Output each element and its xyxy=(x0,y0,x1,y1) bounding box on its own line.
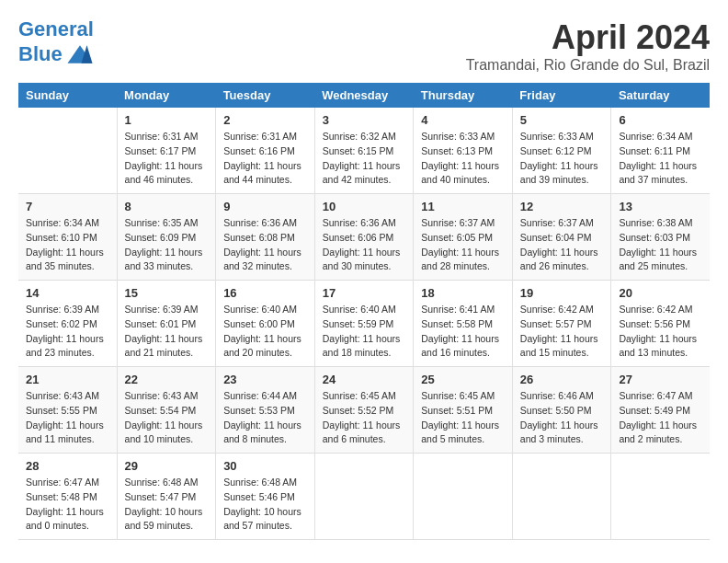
day-number: 14 xyxy=(26,286,109,300)
calendar-cell: 30Sunrise: 6:48 AM Sunset: 5:46 PM Dayli… xyxy=(216,454,315,540)
day-info: Sunrise: 6:34 AM Sunset: 6:10 PM Dayligh… xyxy=(26,216,109,274)
calendar-cell: 1Sunrise: 6:31 AM Sunset: 6:17 PM Daylig… xyxy=(117,108,216,194)
day-number: 21 xyxy=(26,373,109,386)
week-row-5: 28Sunrise: 6:47 AM Sunset: 5:48 PM Dayli… xyxy=(18,454,710,540)
page-header: General Blue April 2024 Tramandai, Rio G… xyxy=(18,18,710,74)
day-number: 18 xyxy=(421,286,505,300)
calendar-cell: 6Sunrise: 6:34 AM Sunset: 6:11 PM Daylig… xyxy=(611,108,710,194)
calendar-cell: 2Sunrise: 6:31 AM Sunset: 6:16 PM Daylig… xyxy=(216,108,315,194)
day-info: Sunrise: 6:38 AM Sunset: 6:03 PM Dayligh… xyxy=(619,216,702,274)
calendar-cell: 10Sunrise: 6:36 AM Sunset: 6:06 PM Dayli… xyxy=(314,194,414,281)
day-info: Sunrise: 6:39 AM Sunset: 6:01 PM Dayligh… xyxy=(125,303,209,361)
day-info: Sunrise: 6:36 AM Sunset: 6:08 PM Dayligh… xyxy=(223,216,307,274)
day-info: Sunrise: 6:45 AM Sunset: 5:52 PM Dayligh… xyxy=(323,389,406,447)
calendar-cell: 26Sunrise: 6:46 AM Sunset: 5:50 PM Dayli… xyxy=(512,367,611,454)
day-info: Sunrise: 6:46 AM Sunset: 5:50 PM Dayligh… xyxy=(520,389,604,447)
weekday-thursday: Thursday xyxy=(414,83,513,108)
day-number: 30 xyxy=(223,459,307,473)
day-info: Sunrise: 6:37 AM Sunset: 6:04 PM Dayligh… xyxy=(520,216,604,274)
day-info: Sunrise: 6:47 AM Sunset: 5:48 PM Dayligh… xyxy=(26,476,109,534)
day-number: 6 xyxy=(619,113,702,127)
day-number: 15 xyxy=(125,286,209,300)
calendar-body: 1Sunrise: 6:31 AM Sunset: 6:17 PM Daylig… xyxy=(18,108,710,540)
calendar-cell xyxy=(314,454,414,540)
day-info: Sunrise: 6:39 AM Sunset: 6:02 PM Dayligh… xyxy=(26,303,109,361)
day-number: 20 xyxy=(619,286,702,300)
logo-text: General xyxy=(18,18,94,40)
calendar-cell: 29Sunrise: 6:48 AM Sunset: 5:47 PM Dayli… xyxy=(117,454,216,540)
day-number: 28 xyxy=(26,459,109,473)
day-number: 10 xyxy=(323,200,406,213)
calendar-cell xyxy=(611,454,710,540)
day-number: 4 xyxy=(421,113,505,127)
day-info: Sunrise: 6:45 AM Sunset: 5:51 PM Dayligh… xyxy=(421,389,505,447)
calendar-table: SundayMondayTuesdayWednesdayThursdayFrid… xyxy=(18,83,710,540)
week-row-4: 21Sunrise: 6:43 AM Sunset: 5:55 PM Dayli… xyxy=(18,367,710,454)
day-number: 17 xyxy=(323,286,406,300)
calendar-cell: 15Sunrise: 6:39 AM Sunset: 6:01 PM Dayli… xyxy=(117,281,216,367)
day-number: 19 xyxy=(520,286,604,300)
day-number: 27 xyxy=(619,373,702,386)
calendar-cell: 8Sunrise: 6:35 AM Sunset: 6:09 PM Daylig… xyxy=(117,194,216,281)
day-number: 1 xyxy=(125,113,209,127)
weekday-monday: Monday xyxy=(117,83,216,108)
day-info: Sunrise: 6:37 AM Sunset: 6:05 PM Dayligh… xyxy=(421,216,505,274)
location-title: Tramandai, Rio Grande do Sul, Brazil xyxy=(466,57,710,74)
day-number: 7 xyxy=(26,200,109,213)
calendar-cell: 20Sunrise: 6:42 AM Sunset: 5:56 PM Dayli… xyxy=(611,281,710,367)
week-row-2: 7Sunrise: 6:34 AM Sunset: 6:10 PM Daylig… xyxy=(18,194,710,281)
day-number: 8 xyxy=(125,200,209,213)
calendar-cell: 16Sunrise: 6:40 AM Sunset: 6:00 PM Dayli… xyxy=(216,281,315,367)
day-number: 24 xyxy=(323,373,406,386)
day-info: Sunrise: 6:36 AM Sunset: 6:06 PM Dayligh… xyxy=(323,216,406,274)
day-info: Sunrise: 6:47 AM Sunset: 5:49 PM Dayligh… xyxy=(619,389,702,447)
day-number: 22 xyxy=(125,373,209,386)
calendar-cell xyxy=(414,454,513,540)
calendar-cell: 23Sunrise: 6:44 AM Sunset: 5:53 PM Dayli… xyxy=(216,367,315,454)
calendar-cell: 25Sunrise: 6:45 AM Sunset: 5:51 PM Dayli… xyxy=(414,367,513,454)
week-row-3: 14Sunrise: 6:39 AM Sunset: 6:02 PM Dayli… xyxy=(18,281,710,367)
calendar-cell: 7Sunrise: 6:34 AM Sunset: 6:10 PM Daylig… xyxy=(18,194,117,281)
day-info: Sunrise: 6:41 AM Sunset: 5:58 PM Dayligh… xyxy=(421,303,505,361)
day-info: Sunrise: 6:42 AM Sunset: 5:56 PM Dayligh… xyxy=(619,303,702,361)
calendar-cell: 24Sunrise: 6:45 AM Sunset: 5:52 PM Dayli… xyxy=(314,367,414,454)
day-info: Sunrise: 6:44 AM Sunset: 5:53 PM Dayligh… xyxy=(223,389,307,447)
calendar-cell: 27Sunrise: 6:47 AM Sunset: 5:49 PM Dayli… xyxy=(611,367,710,454)
calendar-cell: 3Sunrise: 6:32 AM Sunset: 6:15 PM Daylig… xyxy=(314,108,414,194)
calendar-cell: 17Sunrise: 6:40 AM Sunset: 5:59 PM Dayli… xyxy=(314,281,414,367)
title-area: April 2024 Tramandai, Rio Grande do Sul,… xyxy=(466,18,710,74)
day-info: Sunrise: 6:48 AM Sunset: 5:46 PM Dayligh… xyxy=(223,476,307,534)
logo: General Blue xyxy=(18,18,94,68)
day-info: Sunrise: 6:43 AM Sunset: 5:55 PM Dayligh… xyxy=(26,389,109,447)
day-info: Sunrise: 6:33 AM Sunset: 6:13 PM Dayligh… xyxy=(421,130,505,188)
day-info: Sunrise: 6:35 AM Sunset: 6:09 PM Dayligh… xyxy=(125,216,209,274)
calendar-cell xyxy=(18,108,117,194)
calendar-cell: 11Sunrise: 6:37 AM Sunset: 6:05 PM Dayli… xyxy=(414,194,513,281)
calendar-cell: 28Sunrise: 6:47 AM Sunset: 5:48 PM Dayli… xyxy=(18,454,117,540)
calendar-cell: 5Sunrise: 6:33 AM Sunset: 6:12 PM Daylig… xyxy=(512,108,611,194)
day-number: 9 xyxy=(223,200,307,213)
day-number: 11 xyxy=(421,200,505,213)
day-info: Sunrise: 6:42 AM Sunset: 5:57 PM Dayligh… xyxy=(520,303,604,361)
calendar-cell xyxy=(512,454,611,540)
day-number: 3 xyxy=(323,113,406,127)
calendar-cell: 12Sunrise: 6:37 AM Sunset: 6:04 PM Dayli… xyxy=(512,194,611,281)
day-info: Sunrise: 6:34 AM Sunset: 6:11 PM Dayligh… xyxy=(619,130,702,188)
weekday-saturday: Saturday xyxy=(611,83,710,108)
calendar-cell: 22Sunrise: 6:43 AM Sunset: 5:54 PM Dayli… xyxy=(117,367,216,454)
day-number: 12 xyxy=(520,200,604,213)
calendar-cell: 4Sunrise: 6:33 AM Sunset: 6:13 PM Daylig… xyxy=(414,108,513,194)
weekday-header-row: SundayMondayTuesdayWednesdayThursdayFrid… xyxy=(18,83,710,108)
day-number: 13 xyxy=(619,200,702,213)
calendar-cell: 18Sunrise: 6:41 AM Sunset: 5:58 PM Dayli… xyxy=(414,281,513,367)
day-number: 5 xyxy=(520,113,604,127)
weekday-sunday: Sunday xyxy=(18,83,117,108)
weekday-friday: Friday xyxy=(512,83,611,108)
day-number: 29 xyxy=(125,459,209,473)
weekday-wednesday: Wednesday xyxy=(314,83,414,108)
week-row-1: 1Sunrise: 6:31 AM Sunset: 6:17 PM Daylig… xyxy=(18,108,710,194)
day-info: Sunrise: 6:40 AM Sunset: 5:59 PM Dayligh… xyxy=(323,303,406,361)
day-info: Sunrise: 6:40 AM Sunset: 6:00 PM Dayligh… xyxy=(223,303,307,361)
day-info: Sunrise: 6:43 AM Sunset: 5:54 PM Dayligh… xyxy=(125,389,209,447)
calendar-cell: 14Sunrise: 6:39 AM Sunset: 6:02 PM Dayli… xyxy=(18,281,117,367)
